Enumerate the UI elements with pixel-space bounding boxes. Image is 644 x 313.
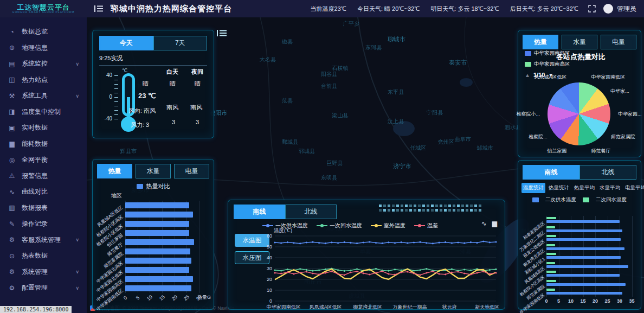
monitor-icon: ▤ bbox=[8, 60, 16, 68]
line-legend: 一次供水温度一次回水温度室外温度温差 bbox=[228, 222, 472, 229]
panel-tab[interactable]: 电量 bbox=[174, 164, 209, 178]
meter-icon: ⊙ bbox=[8, 252, 16, 260]
sub-tab[interactable]: 电量平均 bbox=[623, 183, 644, 193]
svg-text:20: 20 bbox=[267, 277, 272, 282]
line-legend-item[interactable]: 一次回水温度 bbox=[317, 222, 362, 229]
sidebar-item[interactable]: ⚙配置管理∨ bbox=[0, 280, 87, 296]
sidebar-item[interactable]: ∿曲线对比 bbox=[0, 184, 87, 200]
deco-square bbox=[388, 205, 390, 207]
map-place-label: 梁山县 bbox=[332, 112, 348, 119]
bar-plot bbox=[125, 201, 204, 293]
bar-axis-name: 地区 bbox=[111, 192, 122, 200]
header-weather-strip: 当前温度23℃ 今日天气: 晴 20℃~32℃ 明日天气: 多云 18℃~32℃… bbox=[311, 5, 578, 13]
panel-tab[interactable]: 7天 bbox=[153, 36, 208, 50]
sidebar-item[interactable]: ▥数据报表 bbox=[0, 200, 87, 216]
legend-swatch bbox=[525, 51, 531, 56]
x-tick-label: 0 bbox=[123, 295, 128, 301]
forecast-night-wind: 南风 bbox=[190, 104, 202, 112]
pie-slice-label: 怡兰家园 bbox=[548, 148, 567, 155]
panel-tab[interactable]: 今天 bbox=[99, 36, 153, 50]
legend-swatch bbox=[525, 62, 531, 67]
bar-supply bbox=[546, 274, 620, 277]
forecast-night-condition: 晴 bbox=[195, 80, 201, 88]
fullscreen-icon[interactable] bbox=[588, 5, 596, 12]
sidebar-item[interactable]: ⊙热表数据 bbox=[0, 248, 87, 264]
sidebar-item[interactable]: ◎全网平衡 bbox=[0, 152, 87, 168]
line-chart-toolbox-icon[interactable]: ∿ bbox=[481, 220, 487, 227]
sidebar-item[interactable]: ◔数据总览 bbox=[0, 24, 87, 40]
deco-row bbox=[379, 205, 498, 207]
map-place-label: 广平乡 bbox=[343, 20, 359, 28]
logo-subtitle: GONGDA SMART CLOUD PLATFORM bbox=[0, 11, 87, 14]
sidebar-item[interactable]: ⚒系统工具∨ bbox=[0, 88, 87, 104]
deco-square bbox=[405, 209, 408, 212]
map-canvas[interactable]: 广平乡磁县大名县东阿县聊城市泰安市石横镇阳谷县内黄县台前县东平县濮阳市范县梁山县… bbox=[87, 17, 644, 313]
sidebar-item[interactable]: ⚙系统管理∨ bbox=[0, 264, 87, 280]
forecast-night-header: 夜间 bbox=[191, 68, 203, 76]
sidebar: ◔数据总览⊕地理信息▤系统监控∨◫热力站点⚒系统工具∨◨温度集中控制▣实时数据▆… bbox=[0, 17, 87, 313]
panel-tab[interactable]: 电量 bbox=[601, 35, 636, 49]
forecast-day-power: 3 bbox=[172, 119, 175, 125]
sidebar-item[interactable]: ⊕地理信息 bbox=[0, 40, 87, 56]
panel-tab[interactable]: 热量 bbox=[97, 164, 132, 178]
deco-square bbox=[396, 205, 399, 207]
bar-chart-toolbox-icon[interactable]: ▆ bbox=[492, 220, 497, 227]
line-legend-item[interactable]: 温差 bbox=[414, 222, 438, 229]
sidebar-collapse-icon[interactable] bbox=[94, 5, 103, 12]
pie-slice-label: 师范家属院 bbox=[611, 133, 635, 140]
sidebar-item[interactable]: ◨温度集中控制 bbox=[0, 104, 87, 120]
pie-title: 各站点热量对比 bbox=[556, 52, 606, 62]
panel-tab[interactable]: 水量 bbox=[136, 164, 171, 178]
sidebar-item[interactable]: ▤系统监控∨ bbox=[0, 56, 87, 72]
x-tick-label: 30 bbox=[617, 298, 622, 304]
app-logo: 工达智慧云平台 GONGDA SMART CLOUD PLATFORM bbox=[0, 4, 87, 14]
deco-square bbox=[431, 205, 434, 207]
deco-square bbox=[440, 205, 442, 207]
map-place-label: 东阿县 bbox=[365, 44, 382, 52]
page-up-icon[interactable]: ▲ bbox=[525, 72, 530, 78]
line-legend-item[interactable]: 室外温度 bbox=[371, 222, 405, 229]
panel-tab[interactable]: 北线 bbox=[579, 165, 636, 180]
deco-square bbox=[461, 209, 464, 212]
sidebar-item[interactable]: ⚙客服系统管理∨ bbox=[0, 232, 87, 248]
deco-square bbox=[453, 205, 455, 207]
legend-label: 二次供水温度 bbox=[545, 196, 576, 203]
sidebar-item[interactable]: ⚠报警信息 bbox=[0, 168, 87, 184]
sidebar-item-label: 客服系统管理 bbox=[22, 235, 61, 245]
sidebar-item[interactable]: ▣实时数据 bbox=[0, 120, 87, 136]
sub-tab[interactable]: 水量平均 bbox=[598, 183, 622, 193]
deco-square bbox=[418, 205, 421, 207]
bar-supply bbox=[546, 247, 624, 250]
map-place-label: 磁县 bbox=[282, 38, 293, 46]
status-url: 192.168.254.196:8000 bbox=[0, 306, 72, 313]
deco-square bbox=[470, 205, 473, 207]
map-place-label: 曲阜市 bbox=[454, 136, 471, 143]
panel-tab[interactable]: 南线 bbox=[523, 165, 579, 180]
paired-bar-categories: 和泰家园高区万象世纪二期区禧龙公馆低区御龙湾北高区彩虹城小区1凤凰城B高区检察院… bbox=[518, 216, 546, 297]
pie-slice-label: 中华家园... bbox=[618, 110, 642, 117]
panel-tab[interactable]: 南线 bbox=[234, 205, 285, 219]
map-place-label: 宁阳县 bbox=[427, 109, 443, 117]
panel-tab[interactable]: 热量 bbox=[523, 35, 558, 49]
sidebar-item[interactable]: ▆能耗数据 bbox=[0, 136, 87, 152]
deco-square bbox=[388, 209, 390, 212]
bar bbox=[125, 267, 189, 273]
chart-toolbox: ∿ ▆ bbox=[481, 220, 497, 227]
deco-square bbox=[440, 209, 442, 212]
bar-return bbox=[546, 262, 555, 264]
panel-tab[interactable]: 水量 bbox=[562, 35, 597, 49]
sub-tab[interactable]: 热量统计 bbox=[547, 183, 571, 193]
avatar[interactable] bbox=[603, 4, 613, 14]
sidebar-item[interactable]: ✎操作记录 bbox=[0, 216, 87, 232]
current-temp-value: 23 ℃ bbox=[138, 92, 156, 100]
panel-tab[interactable]: 北线 bbox=[285, 205, 337, 219]
sub-tab[interactable]: 温度统计 bbox=[521, 183, 545, 193]
bar bbox=[125, 248, 190, 254]
map-hamburger-icon[interactable] bbox=[217, 29, 227, 39]
balance-icon: ◎ bbox=[8, 156, 16, 164]
deco-square bbox=[474, 205, 477, 207]
map-place-label: 辉县市 bbox=[120, 148, 137, 155]
sidebar-item[interactable]: ◫热力站点 bbox=[0, 72, 87, 88]
sub-tab[interactable]: 热量平均 bbox=[572, 183, 596, 193]
map-place-label: 阳谷县 bbox=[321, 71, 337, 78]
